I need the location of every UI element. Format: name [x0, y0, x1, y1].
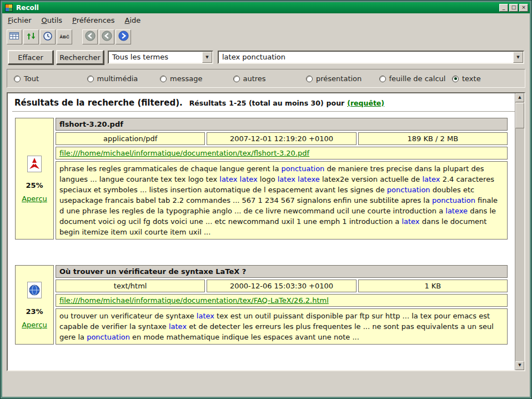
result-title: Où trouver un vérificateur de syntaxe La… — [56, 265, 508, 278]
search-mode-combobox[interactable]: Tous les termes ▼ — [108, 51, 213, 64]
search-row: Effacer Rechercher Tous les termes ▼ lat… — [2, 48, 530, 66]
titlebar[interactable]: Recoll _ □ × — [2, 2, 530, 13]
result-side-cell: 25% Aperçu — [15, 118, 54, 240]
filter-label: autres — [243, 74, 266, 83]
menu-outils[interactable]: Outils — [42, 16, 63, 24]
results-content: Résultats de la recherche (filtered). Ré… — [8, 93, 515, 370]
query-input-value[interactable]: latex ponctuation — [219, 52, 523, 61]
menu-preferences[interactable]: Préférences — [72, 16, 114, 24]
result-snippet: phrase les regles grammaticales de chaqu… — [56, 161, 508, 240]
clear-button[interactable]: Effacer — [8, 50, 53, 64]
filter-radio-panel: Toutmultimédiamessageautresprésentationf… — [7, 69, 525, 88]
radio-icon — [87, 76, 94, 82]
snippet-text: ou trouver un verificateur de syntaxe — [59, 312, 197, 320]
scroll-thumb[interactable] — [515, 103, 524, 128]
results-title: Résultats de la recherche (filtered). — [14, 98, 183, 108]
maximize-button[interactable]: □ — [509, 4, 518, 12]
result-card: 23% Aperçu Où trouver un vérificateur de… — [13, 263, 509, 346]
query-link[interactable]: (requête) — [347, 99, 384, 107]
snippet-text: logo — [258, 175, 278, 183]
prev-circle-icon — [101, 30, 113, 43]
filter-radio-message[interactable]: message — [160, 74, 202, 83]
pdf-file-icon — [27, 155, 42, 174]
menu-fichier[interactable]: Fichier — [8, 16, 32, 24]
result-size: 189 KB / 2 MB — [358, 132, 508, 145]
first-page-button[interactable] — [82, 29, 98, 44]
relevance-percent: 25% — [19, 181, 50, 189]
highlighted-term: latex — [401, 217, 419, 226]
result-url-link[interactable]: file:///home/michael/informatique/docume… — [59, 296, 329, 305]
radio-icon — [14, 76, 21, 82]
result-date: 2000-12-06 15:03:30 +0100 — [207, 280, 356, 292]
toolbar-group-tools: ÂBĈ — [7, 29, 72, 44]
menu-accel: O — [42, 16, 47, 24]
window-content: Recoll _ □ × FichierOutilsPréférencesAid… — [2, 2, 530, 397]
prev-page-button[interactable] — [99, 29, 114, 44]
highlighted-term: latex — [197, 312, 214, 320]
filter-label: Tout — [24, 74, 39, 83]
filter-radio-tout[interactable]: Tout — [14, 74, 39, 83]
results-connector: pour — [327, 99, 345, 107]
highlighted-term: latexe — [445, 207, 468, 215]
preview-link[interactable]: Aperçu — [22, 321, 47, 329]
highlighted-term: latex latex — [219, 175, 257, 183]
filter-radio-autres[interactable]: autres — [233, 74, 266, 83]
preview-link[interactable]: Aperçu — [22, 194, 47, 203]
close-button[interactable]: × — [519, 4, 528, 12]
sort-by-date-button[interactable] — [40, 29, 56, 44]
highlighted-term: ponctuation — [432, 196, 475, 205]
menu-label-rest: ide — [129, 16, 140, 24]
result-card: 25% Aperçu flshort-3.20.pdf application/… — [13, 116, 509, 241]
scroll-up-button[interactable]: ▲ — [515, 93, 524, 102]
highlighted-term: latex — [422, 175, 440, 183]
filter-label: message — [170, 74, 202, 83]
minimize-button[interactable]: _ — [499, 4, 508, 12]
radio-icon — [379, 76, 386, 82]
results-range: 1-25 (total au moins 30) — [229, 99, 323, 107]
filter-radio-presentation[interactable]: présentation — [306, 74, 362, 83]
toolbar-group-nav — [82, 29, 131, 44]
table-icon — [9, 31, 20, 43]
chevron-down-icon[interactable]: ▼ — [513, 52, 523, 63]
search-mode-value: Tous les termes — [109, 52, 212, 61]
radio-icon — [452, 76, 459, 82]
menu-label-rest: références — [77, 16, 115, 24]
radio-icon — [306, 76, 313, 82]
result-date: 2007-12-01 12:19:20 +0100 — [207, 132, 356, 145]
html-file-icon — [27, 281, 42, 301]
search-button[interactable]: Rechercher — [56, 50, 104, 64]
relevance-percent: 23% — [19, 307, 50, 316]
abc-icon: ÂBĈ — [59, 34, 69, 39]
results-scrollbar[interactable]: ▲ ▼ — [515, 93, 524, 370]
result-snippet: ou trouver un verificateur de syntaxe la… — [56, 308, 508, 345]
recoll-window: Recoll _ □ × FichierOutilsPréférencesAid… — [0, 0, 532, 399]
recoll-app-icon — [5, 4, 13, 12]
scroll-down-button[interactable]: ▼ — [515, 361, 524, 370]
filter-radio-texte[interactable]: texte — [452, 74, 481, 83]
result-url-row: file:///home/michael/informatique/docume… — [56, 147, 508, 159]
filter-radio-feuille-de-calcul[interactable]: feuille de calcul — [379, 74, 446, 83]
menu-label-rest: utils — [47, 16, 62, 24]
filter-radio-multimedia[interactable]: multimédia — [87, 74, 138, 83]
result-url-link[interactable]: file:///home/michael/informatique/docume… — [59, 149, 309, 157]
result-mime: application/pdf — [56, 132, 205, 145]
chevron-down-icon[interactable]: ▼ — [202, 52, 212, 63]
menu-aide[interactable]: Aide — [125, 16, 141, 24]
highlighted-term: ponctuation — [282, 164, 325, 173]
sort-button[interactable] — [23, 29, 39, 44]
menu-accel: P — [72, 16, 77, 24]
filter-label: présentation — [316, 74, 362, 83]
next-page-button[interactable] — [116, 29, 131, 44]
highlighted-term: latex latexe — [278, 175, 320, 183]
snippet-text: phrase les regles grammaticales de chaqu… — [59, 164, 282, 173]
query-combobox[interactable]: latex ponctuation ▼ — [218, 51, 524, 64]
radio-icon — [233, 76, 240, 82]
menu-label-rest: ichier — [12, 16, 32, 24]
clock-icon — [43, 31, 53, 43]
results-count-prefix: Résultats — [189, 99, 227, 107]
results-header: Résultats de la recherche (filtered). Ré… — [12, 97, 515, 111]
header-divider — [12, 111, 515, 112]
term-explorer-button[interactable]: ÂBĈ — [57, 29, 72, 44]
doc-table-button[interactable] — [7, 29, 22, 44]
filter-label: multimédia — [97, 74, 138, 83]
